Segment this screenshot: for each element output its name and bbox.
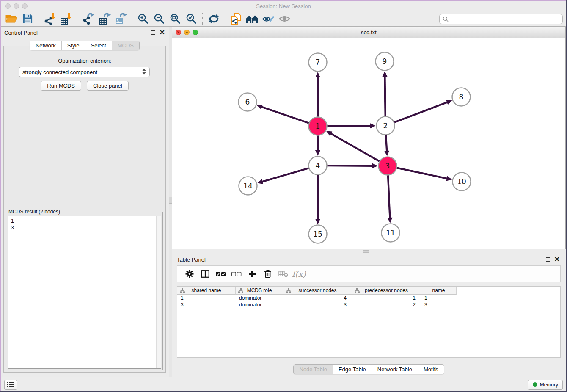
task-history-button[interactable] xyxy=(4,380,17,390)
graph-node-8[interactable]: 8 xyxy=(452,88,471,106)
scrollbar-track[interactable] xyxy=(156,216,161,368)
graph-edge-3-10[interactable] xyxy=(396,168,452,181)
tab-mcds[interactable]: MCDS xyxy=(112,41,139,50)
graph-edge-4-14[interactable] xyxy=(257,168,309,184)
export-image-icon[interactable] xyxy=(113,12,129,26)
mcds-result-textarea[interactable]: 13 xyxy=(8,216,161,369)
open-session-icon[interactable] xyxy=(3,12,19,26)
tab-style[interactable]: Style xyxy=(61,41,85,50)
graph-edge-3-11[interactable] xyxy=(387,175,392,223)
graph-edge-3-1[interactable] xyxy=(326,131,380,161)
zoom-in-icon[interactable] xyxy=(135,12,151,26)
zoom-selected-icon[interactable] xyxy=(183,12,199,26)
close-panel-button[interactable]: Close panel xyxy=(87,81,129,91)
table-panel-tabs: Node TableEdge TableNetwork TableMotifs xyxy=(293,364,444,374)
column-header-shared-name[interactable]: shared name xyxy=(177,287,236,295)
graph-node-4[interactable]: 4 xyxy=(309,157,327,175)
search-input[interactable] xyxy=(449,15,562,23)
graph-node-10[interactable]: 10 xyxy=(453,173,471,191)
graph-node-14[interactable]: 14 xyxy=(239,177,257,195)
save-session-icon[interactable] xyxy=(19,12,36,26)
add-column-icon[interactable] xyxy=(244,268,260,280)
table-toolbar: f(x) xyxy=(177,265,561,282)
table-cell: 1 xyxy=(421,295,457,301)
delete-column-icon[interactable] xyxy=(260,268,275,280)
graph-edge-1-4[interactable] xyxy=(315,135,320,156)
graph-edge-2-8[interactable] xyxy=(394,100,452,122)
window-frame-top xyxy=(0,0,567,1)
float-table-panel-icon[interactable] xyxy=(546,257,550,262)
float-panel-icon[interactable] xyxy=(151,30,155,35)
graph-node-3[interactable]: 3 xyxy=(379,157,397,175)
control-panel-title: Control Panel xyxy=(4,30,38,36)
graph-edge-1-6[interactable] xyxy=(257,105,309,123)
node-table: shared nameMCDS rolesuccessor nodesprede… xyxy=(177,286,561,358)
zoom-out-icon[interactable] xyxy=(151,12,167,26)
export-network-icon[interactable] xyxy=(80,12,96,26)
tab-motifs[interactable]: Motifs xyxy=(418,365,444,374)
column-header-predecessor-nodes[interactable]: predecessor nodes xyxy=(352,287,421,295)
table-cell: 2 xyxy=(352,301,421,308)
toolbar-separator xyxy=(77,13,77,25)
tab-network-table[interactable]: Network Table xyxy=(372,365,418,374)
horizontal-splitter-handle[interactable] xyxy=(363,250,369,253)
memory-button[interactable]: Memory xyxy=(528,380,563,390)
column-header-mcds-role[interactable]: MCDS role xyxy=(236,287,284,295)
column-header-successor-nodes[interactable]: successor nodes xyxy=(284,287,352,295)
table-cell: dominator xyxy=(236,295,284,301)
network-graph[interactable]: 7968124314101511 xyxy=(172,38,565,249)
tab-network[interactable]: Network xyxy=(30,41,61,50)
toggle-panel-icon[interactable] xyxy=(197,268,213,280)
run-mcds-button[interactable]: Run MCDS xyxy=(41,81,81,91)
network-canvas[interactable]: 7968124314101511 xyxy=(172,38,565,249)
table-header-row: shared nameMCDS rolesuccessor nodesprede… xyxy=(177,287,560,295)
column-header-label: name xyxy=(432,287,445,293)
search-box[interactable] xyxy=(439,14,563,24)
graph-node-9[interactable]: 9 xyxy=(376,52,394,71)
tab-select[interactable]: Select xyxy=(85,41,112,50)
graph-node-7[interactable]: 7 xyxy=(309,53,327,72)
table-row[interactable]: 1dominator411 xyxy=(177,295,560,301)
select-all-icon[interactable] xyxy=(213,268,228,280)
graph-edge-1-7[interactable] xyxy=(315,72,320,117)
memory-label: Memory xyxy=(540,382,558,388)
optimization-select[interactable]: strongly connected component xyxy=(19,67,150,77)
toolbar-separator xyxy=(39,13,39,25)
close-table-panel-icon[interactable]: ✕ xyxy=(554,257,560,262)
toolbar-separator xyxy=(132,13,132,25)
import-network-icon[interactable] xyxy=(42,12,58,26)
svg-text:7: 7 xyxy=(316,58,320,66)
graph-edge-2-9[interactable] xyxy=(382,71,387,117)
horizontal-splitter[interactable] xyxy=(172,249,566,254)
graph-node-6[interactable]: 6 xyxy=(239,93,257,111)
export-table-icon[interactable] xyxy=(96,12,113,26)
settings-gear-icon[interactable] xyxy=(182,268,197,280)
refresh-icon[interactable] xyxy=(206,12,222,26)
mcds-result-line: 1 xyxy=(11,218,161,224)
deselect-all-icon[interactable] xyxy=(228,268,244,280)
clone-network-icon[interactable] xyxy=(228,12,244,26)
network-window-titlebar[interactable]: × – + scc.txt xyxy=(172,27,565,38)
graph-node-1[interactable]: 1 xyxy=(309,117,327,135)
column-header-name[interactable]: name xyxy=(421,287,457,295)
hide-selected-icon[interactable] xyxy=(260,12,276,26)
graph-edge-1-2[interactable] xyxy=(327,123,376,128)
graph-node-15[interactable]: 15 xyxy=(309,225,327,243)
first-neighbors-icon[interactable] xyxy=(244,12,260,26)
zoom-fit-icon[interactable] xyxy=(167,12,183,26)
tab-edge-table[interactable]: Edge Table xyxy=(333,365,372,374)
tab-node-table[interactable]: Node Table xyxy=(294,365,333,374)
import-table-icon[interactable] xyxy=(58,12,74,26)
mcds-result-title: MCDS result (2 nodes) xyxy=(7,209,61,215)
graph-node-11[interactable]: 11 xyxy=(382,224,400,242)
table-row[interactable]: 3dominator323 xyxy=(177,301,560,308)
close-panel-icon[interactable]: ✕ xyxy=(160,30,165,35)
graph-edge-4-15[interactable] xyxy=(315,175,320,225)
table-cell: 1 xyxy=(177,295,236,301)
graph-edge-2-3[interactable] xyxy=(384,135,389,156)
graph-edge-4-3[interactable] xyxy=(327,163,378,168)
svg-text:4: 4 xyxy=(316,161,320,170)
svg-text:9: 9 xyxy=(383,57,387,66)
table-panel-header: Table Panel ✕ xyxy=(172,254,566,265)
graph-node-2[interactable]: 2 xyxy=(377,117,395,135)
